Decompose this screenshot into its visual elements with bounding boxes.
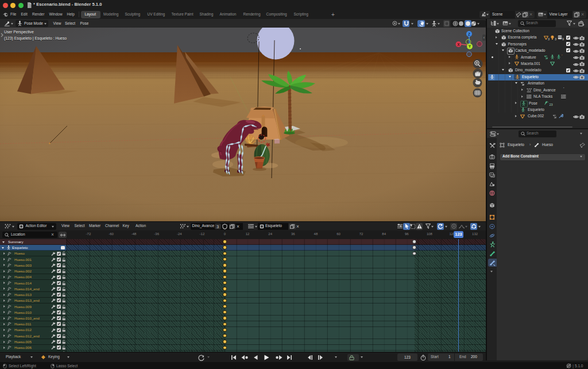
- svg-text:Y: Y: [469, 44, 471, 48]
- svg-text:X: X: [457, 43, 460, 47]
- svg-text:Z: Z: [468, 32, 470, 36]
